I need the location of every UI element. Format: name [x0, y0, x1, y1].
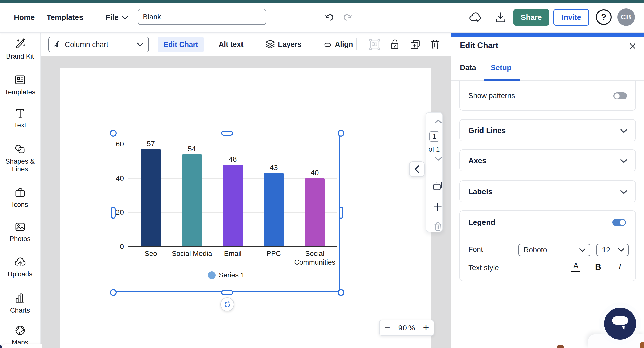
- font-size-select[interactable]: 12: [596, 244, 629, 256]
- popup-image-fragment-1: [557, 345, 564, 348]
- axes-chevron-icon[interactable]: [620, 159, 628, 163]
- alt-text-button[interactable]: Alt text: [219, 40, 243, 49]
- help-question-icon: ?: [601, 12, 606, 22]
- panel-header: Edit Chart: [451, 37, 644, 56]
- trash-icon[interactable]: [430, 39, 440, 50]
- sidebar-item-icons[interactable]: Icons: [0, 187, 40, 209]
- selection-handle-nw[interactable]: [110, 130, 117, 137]
- sidebar-item-charts[interactable]: Charts: [0, 292, 40, 314]
- user-avatar[interactable]: CB: [617, 8, 635, 26]
- sidebar-item-templates[interactable]: Templates: [0, 74, 40, 96]
- axes-card[interactable]: Axes: [459, 149, 636, 171]
- align-icon[interactable]: [323, 40, 332, 49]
- image-icon: [14, 221, 26, 233]
- sidebar-item-shapes-lines[interactable]: Shapes & Lines: [0, 143, 40, 173]
- sidebar-item-photos[interactable]: Photos: [0, 221, 40, 243]
- app-window: { "header": { "home": "Home", "templates…: [0, 0, 644, 348]
- labels-card[interactable]: Labels: [459, 180, 636, 202]
- italic-style-button[interactable]: I: [614, 260, 626, 272]
- tab-setup[interactable]: Setup: [491, 63, 511, 72]
- undo-icon[interactable]: [324, 13, 334, 22]
- delete-page-icon[interactable]: [430, 222, 446, 231]
- edit-chart-button[interactable]: Edit Chart: [158, 37, 204, 52]
- bold-style-button[interactable]: B: [592, 261, 604, 273]
- globe-icon: [14, 324, 26, 336]
- selection-handle-n[interactable]: [221, 131, 233, 136]
- zoom-in-button[interactable]: +: [418, 320, 434, 335]
- nav-home[interactable]: Home: [14, 13, 35, 22]
- sidebar-item-uploads[interactable]: Uploads: [0, 256, 40, 278]
- help-button[interactable]: ?: [596, 9, 612, 25]
- show-patterns-label: Show patterns: [468, 92, 515, 100]
- legend-toggle[interactable]: [612, 219, 626, 226]
- file-chevron-down-icon[interactable]: [121, 15, 129, 20]
- underline-style-button[interactable]: A: [570, 261, 582, 273]
- share-button[interactable]: Share: [513, 9, 549, 26]
- zoom-level[interactable]: 90%: [395, 320, 418, 335]
- selection-handle-se[interactable]: [338, 289, 344, 296]
- document-title-input[interactable]: Blank: [138, 9, 266, 25]
- duplicate-icon[interactable]: [410, 39, 420, 50]
- rotate-handle[interactable]: [220, 297, 234, 311]
- legend-card: Legend Font Roboto 12 Text style A B I: [459, 210, 636, 281]
- pagenav-divider: [428, 173, 440, 173]
- lock-icon[interactable]: [390, 39, 399, 50]
- underline-letter: A: [573, 262, 579, 270]
- duplicate-page-icon[interactable]: [430, 181, 446, 191]
- invite-button[interactable]: Invite: [553, 9, 589, 26]
- page-number-box[interactable]: 1: [429, 131, 439, 142]
- page-up-icon[interactable]: [430, 119, 447, 124]
- close-panel-icon[interactable]: [628, 42, 637, 50]
- header-divider-2: [488, 10, 488, 24]
- chat-widget-button[interactable]: [604, 308, 636, 340]
- cloud-upload-icon: [14, 256, 26, 268]
- popup-image-fragment-2: [640, 342, 644, 348]
- selection-handle-e[interactable]: [339, 207, 343, 219]
- file-menu[interactable]: File: [106, 13, 119, 22]
- sidebar-item-text[interactable]: Text: [0, 107, 40, 129]
- font-select-chevron-icon: [579, 248, 586, 252]
- sidebar-item-maps[interactable]: Maps: [0, 324, 40, 346]
- show-patterns-card: Show patterns: [459, 81, 636, 111]
- chart-type-select[interactable]: Column chart: [48, 37, 149, 52]
- nav-templates[interactable]: Templates: [47, 13, 83, 22]
- selection-handle-sw[interactable]: [110, 289, 117, 296]
- avatar-initials: CB: [621, 13, 631, 21]
- column-chart-mini-icon: [54, 41, 61, 48]
- add-page-icon[interactable]: [430, 202, 446, 212]
- align-button[interactable]: Align: [335, 40, 353, 49]
- collapse-panel-button[interactable]: [409, 161, 425, 177]
- selection-box[interactable]: [113, 133, 340, 292]
- group-objects-icon[interactable]: [369, 39, 380, 50]
- selection-handle-ne[interactable]: [338, 130, 344, 137]
- app-header: Home Templates File Blank Share Invite ?…: [0, 3, 644, 33]
- text-style-label: Text style: [468, 264, 499, 272]
- labels-chevron-icon[interactable]: [620, 190, 628, 194]
- sidebar-item-brand-kit[interactable]: Brand Kit: [0, 38, 40, 60]
- grid-lines-card[interactable]: Grid Lines: [459, 119, 636, 141]
- tab-data[interactable]: Data: [460, 63, 476, 72]
- edit-chart-panel: Edit Chart Data Setup Show patterns Grid…: [451, 33, 644, 348]
- size-select-chevron-icon: [618, 248, 625, 252]
- show-patterns-toggle[interactable]: [613, 92, 627, 99]
- font-family-select[interactable]: Roboto: [518, 244, 590, 256]
- layers-button[interactable]: Layers: [278, 40, 302, 49]
- layers-icon[interactable]: [265, 39, 275, 49]
- selection-handle-w[interactable]: [111, 207, 116, 219]
- zoom-out-button[interactable]: −: [380, 320, 395, 335]
- page-down-icon[interactable]: [430, 156, 447, 161]
- cloud-sync-icon[interactable]: [469, 12, 481, 23]
- redo-icon[interactable]: [343, 13, 353, 22]
- bar-chart-icon: [14, 292, 26, 304]
- layout-icon: [14, 74, 26, 86]
- download-icon[interactable]: [495, 12, 506, 23]
- selection-handle-s[interactable]: [221, 290, 233, 295]
- grid-lines-chevron-icon[interactable]: [620, 128, 628, 133]
- object-toolbar: Column chart Edit Chart Alt text Layers …: [41, 33, 451, 56]
- document-title-value: Blank: [143, 13, 161, 21]
- panel-tabs: Data Setup: [451, 56, 644, 81]
- font-size-value: 12: [602, 246, 610, 254]
- letter-t-icon: [14, 107, 26, 119]
- page-navigator: 1 of 1: [426, 112, 443, 232]
- header-divider-1: [95, 11, 95, 24]
